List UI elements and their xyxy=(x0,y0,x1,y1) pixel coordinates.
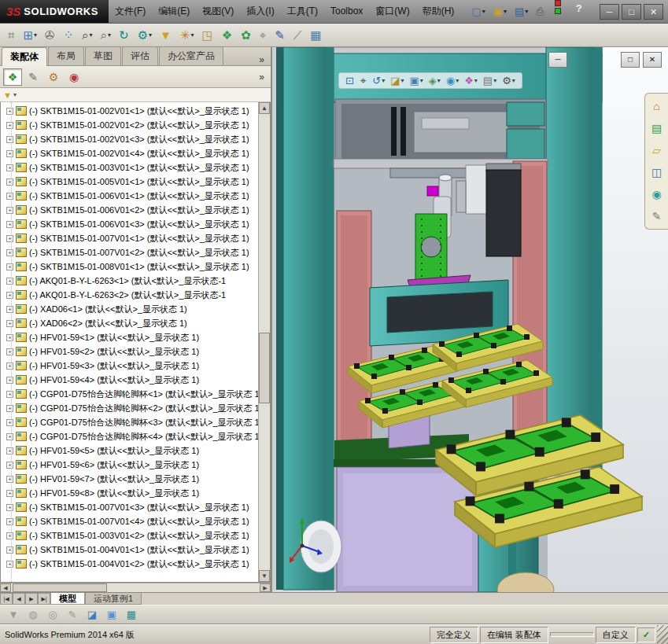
move-component-icon[interactable]: ⌖ xyxy=(256,26,270,45)
menu-item[interactable]: 窗口(W) xyxy=(369,0,415,23)
menu-item[interactable]: 工具(T) xyxy=(281,0,324,23)
expand-icon[interactable]: + xyxy=(6,518,13,525)
feature-tree-icon[interactable]: ✿ xyxy=(238,26,255,45)
display-style-icon[interactable]: ◈ ▾ xyxy=(427,75,442,86)
tree-item[interactable]: + (-) SKTB1M15-01-006V01<2> (默认<<默认>_显示状… xyxy=(1,203,258,217)
expand-icon[interactable]: + xyxy=(6,362,13,370)
menu-item[interactable]: 插入(I) xyxy=(240,0,280,23)
expand-icon[interactable]: + xyxy=(6,462,13,469)
tree-item[interactable]: + (-) XAD06<2> (默认<<默认>_显示状态 1) xyxy=(1,316,258,330)
grid-icon[interactable]: ▦ xyxy=(307,26,325,45)
expand-icon[interactable]: + xyxy=(6,447,13,454)
tree-item[interactable]: + (-) SKTB1M15-01-003V01<2> (默认<<默认>_显示状… xyxy=(1,528,258,543)
tree-item[interactable]: + (-) SKTB1M15-01-006V01<1> (默认<<默认>_显示状… xyxy=(1,189,258,203)
expand-icon[interactable]: + xyxy=(6,235,13,242)
filter-icon[interactable]: ▼ xyxy=(157,26,175,45)
tree-item[interactable]: + (-) HFV01-59<1> (默认<<默认>_显示状态 1) xyxy=(1,330,258,344)
display-grid-icon[interactable]: ▦ xyxy=(123,607,140,623)
status-custom[interactable]: 自定义 xyxy=(596,627,636,643)
tree-item[interactable]: + (-) SKTB1M15-01-003V01<1> (默认<<默认>_显示状… xyxy=(1,160,258,175)
tree-item[interactable]: + (-) SKTB1M15-01-004V01<2> (默认<<默认>_显示状… xyxy=(1,557,258,571)
scroll-track[interactable] xyxy=(259,114,270,570)
previous-view-icon[interactable]: ↺ ▾ xyxy=(371,75,386,86)
expand-icon[interactable]: + xyxy=(6,320,13,327)
sketch-pencil-icon[interactable]: ✎ xyxy=(271,26,289,45)
tree-item[interactable]: + (-) SKTB1M15-01-002V01<2> (默认<<默认>_显示状… xyxy=(1,118,258,132)
doc-close-button[interactable]: ✕ xyxy=(643,52,662,68)
insert-component-icon[interactable]: ⊞ ▾ xyxy=(20,26,40,45)
tree-item[interactable]: + (-) XAD06<1> (默认<<默认>_显示状态 1) xyxy=(1,302,258,316)
filter-caret-icon[interactable]: ▾ xyxy=(13,91,17,98)
tabs-overflow-icon[interactable]: » xyxy=(253,54,271,65)
graphics-area[interactable]: ─ □ ✕ ⊡ ⌖ ↺ ▾ ◪ ▾ ▣ xyxy=(272,47,668,592)
motor-icon[interactable]: ◍ xyxy=(24,607,42,623)
expand-icon[interactable]: + xyxy=(6,108,13,115)
feature-manager-tab-icon[interactable]: ❖ xyxy=(3,68,22,86)
tree-item[interactable]: + (-) CGP01-D75怡合达脚轮脚杯<1> (默认<默认>_显示状态 1… xyxy=(1,387,258,401)
section-view-icon[interactable]: ◪ xyxy=(83,607,101,623)
edit-appearance-icon[interactable]: ❖ ▾ xyxy=(463,75,479,86)
view-settings-icon[interactable]: ⚙ ▾ xyxy=(500,75,517,86)
green-gripper-board[interactable] xyxy=(415,214,447,286)
tree-item[interactable]: + (-) SKTB1M15-01-002V01<1> (默认<<默认>_显示状… xyxy=(1,104,258,118)
scroll-left-icon[interactable]: ◀ xyxy=(0,583,11,592)
scroll-thumb[interactable] xyxy=(13,583,107,592)
expand-icon[interactable]: + xyxy=(6,546,13,554)
manager-overflow-icon[interactable]: » xyxy=(253,72,271,83)
scroll-up-icon[interactable]: ▲ xyxy=(259,102,270,114)
menu-item[interactable]: 文件(F) xyxy=(109,0,152,23)
expand-icon[interactable]: + xyxy=(6,348,13,355)
expand-icon[interactable]: + xyxy=(6,561,13,568)
section-view-icon[interactable]: ◪ ▾ xyxy=(389,75,405,86)
print-icon[interactable]: ⎙ xyxy=(533,3,548,20)
expand-icon[interactable]: + xyxy=(6,391,13,398)
new-document-icon[interactable]: ▢ ▾ xyxy=(468,3,488,20)
tree-item[interactable]: + (-) SKTB1M15-01-007V01<1> (默认<<默认>_显示状… xyxy=(1,231,258,245)
zoom-out-icon[interactable]: ⌕ ▾ xyxy=(98,26,114,45)
expand-icon[interactable]: + xyxy=(6,278,13,285)
study-tab[interactable]: 运动算例1 xyxy=(85,593,142,605)
expand-icon[interactable]: + xyxy=(6,164,13,171)
expand-icon[interactable]: + xyxy=(6,292,13,299)
scroll-right-icon[interactable]: ▶ xyxy=(260,583,271,592)
hide-show-items-icon[interactable]: ◉ ▾ xyxy=(445,75,460,86)
minimize-button[interactable]: ─ xyxy=(600,4,619,20)
expand-icon[interactable]: + xyxy=(6,377,13,384)
lavender-panel[interactable] xyxy=(337,467,478,592)
expand-icon[interactable]: + xyxy=(6,419,13,426)
menu-item[interactable]: 编辑(E) xyxy=(152,0,196,23)
configuration-manager-tab-icon[interactable]: ⚙ xyxy=(44,68,63,86)
tree-horizontal-scrollbar[interactable]: ◀ ▶ xyxy=(0,583,271,592)
tree-item[interactable]: + (-) SKTB1M15-01-002V01<4> (默认<<默认>_显示状… xyxy=(1,146,258,160)
expand-icon[interactable]: + xyxy=(6,532,13,539)
tree-item[interactable]: + (-) CGP01-D75怡合达脚轮脚杯<4> (默认<默认>_显示状态 1… xyxy=(1,429,258,443)
expand-icon[interactable]: + xyxy=(6,405,13,412)
expand-icon[interactable]: + xyxy=(6,178,13,186)
tree-item[interactable]: + (-) SKTB1M15-01-006V01<3> (默认<<默认>_显示状… xyxy=(1,217,258,231)
paperclip-icon[interactable]: ✇ xyxy=(42,26,59,45)
tree-vertical-scrollbar[interactable]: ▲ ▼ xyxy=(258,102,270,582)
command-tab[interactable]: 布局 xyxy=(48,46,84,65)
rotate-view-icon[interactable]: ↻ xyxy=(116,26,133,45)
spring-icon[interactable]: ◎ xyxy=(44,607,61,623)
doc-restore-button[interactable]: □ xyxy=(621,52,640,68)
pink-panel-left[interactable] xyxy=(337,211,371,464)
solidworks-resources-icon[interactable]: ⌂ xyxy=(649,98,665,114)
appearances-scenes-icon[interactable]: ◉ xyxy=(649,186,665,202)
tree-item[interactable]: + (-) SKTB1M15-01-007V01<4> (默认<<默认>_显示状… xyxy=(1,514,258,528)
zoom-fit-icon[interactable]: ⊡ xyxy=(344,75,356,86)
file-explorer-icon[interactable]: ▱ xyxy=(649,142,665,158)
command-tab[interactable]: 装配体 xyxy=(2,47,47,66)
expand-icon[interactable]: + xyxy=(6,334,13,341)
expand-icon[interactable]: + xyxy=(6,433,13,440)
design-library-icon[interactable]: ▤ xyxy=(649,120,665,136)
expand-icon[interactable]: + xyxy=(6,193,13,200)
assembly-visualization-icon[interactable]: ❖ xyxy=(219,26,236,45)
tree-item[interactable]: + (-) HFV01-59<2> (默认<<默认>_显示状态 1) xyxy=(1,344,258,359)
tree-item[interactable]: + (-) HFV01-59<7> (默认<<默认>_显示状态 1) xyxy=(1,472,258,486)
tree-item[interactable]: + (-) HFV01-59<3> (默认<<默认>_显示状态 1) xyxy=(1,359,258,373)
expand-icon[interactable]: + xyxy=(6,150,13,157)
view-palette-icon[interactable]: ◫ xyxy=(649,164,665,180)
tree-item[interactable]: + (-) SKTB1M15-01-007V01<2> (默认<<默认>_显示状… xyxy=(1,245,258,259)
tree-item[interactable]: + (-) AKQ01-B-Y-L-6263<2> (默认<默认>_显示状态-1 xyxy=(1,288,258,302)
